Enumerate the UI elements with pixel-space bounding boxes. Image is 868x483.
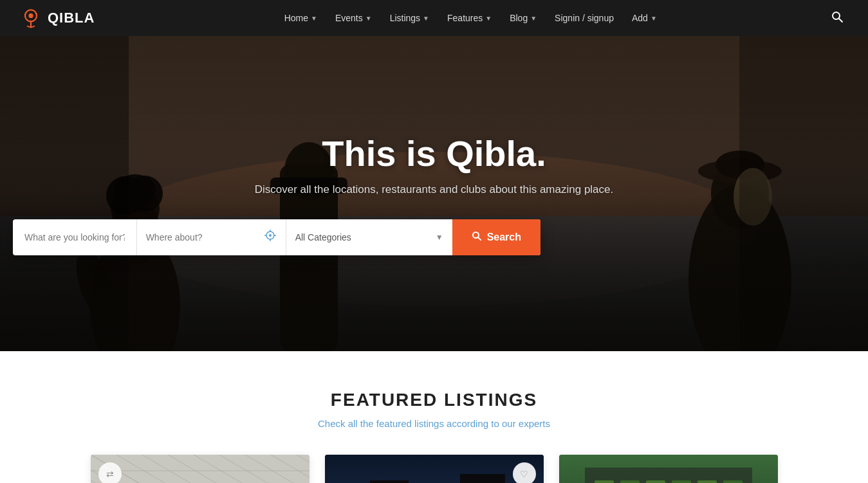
featured-title: FEATURED LISTINGS	[26, 390, 842, 410]
listing-card-1-image: ⇄	[91, 455, 309, 483]
nav-blog-label: Blog	[510, 13, 528, 23]
svg-line-3	[839, 19, 842, 22]
svg-rect-61	[325, 455, 544, 483]
nav-home[interactable]: Home ▼	[277, 8, 325, 28]
brand-name: QIBLA	[48, 10, 95, 26]
svg-rect-64	[460, 474, 505, 483]
svg-rect-79	[697, 480, 717, 483]
listing-card-1-bg	[91, 455, 309, 483]
listings-grid: ⇄	[26, 455, 842, 483]
nav-signin[interactable]: Signin / signup	[547, 8, 622, 28]
featured-subtitle: Check all the featured listings accordin…	[26, 418, 842, 429]
listing-card-3[interactable]	[559, 455, 778, 483]
listing-card-1-compare-btn[interactable]: ⇄	[98, 462, 122, 483]
listing-card-1[interactable]: ⇄	[91, 455, 309, 483]
brand-pin-icon	[19, 6, 42, 30]
nav-events-chevron: ▼	[365, 15, 372, 22]
listing-card-2[interactable]: ♡	[325, 455, 544, 483]
nav-blog-chevron: ▼	[530, 15, 537, 22]
nav-listings-chevron: ▼	[423, 15, 429, 22]
listing-card-2-svg	[325, 455, 544, 483]
listing-card-3-bg	[559, 455, 778, 483]
search-what-input[interactable]	[13, 219, 136, 255]
svg-point-26	[269, 234, 272, 237]
nav-add-chevron: ▼	[651, 15, 657, 22]
listing-card-3-svg	[559, 455, 778, 483]
nav-home-chevron: ▼	[311, 15, 317, 22]
svg-rect-76	[620, 480, 640, 483]
search-category-wrap[interactable]: All Categories Restaurants Hotels Clubs …	[286, 219, 452, 255]
nav-home-label: Home	[284, 13, 308, 23]
brand-logo[interactable]: QIBLA	[19, 6, 95, 30]
navbar-search-icon[interactable]	[826, 5, 849, 32]
svg-rect-77	[646, 480, 665, 483]
nav-features[interactable]: Features ▼	[439, 8, 499, 28]
listing-card-2-image: ♡	[325, 455, 544, 483]
hero-content: This is Qibla. Discover all the location…	[0, 132, 868, 255]
svg-rect-75	[595, 480, 614, 483]
listing-card-2-bg	[325, 455, 544, 483]
nav-features-chevron: ▼	[485, 15, 492, 22]
listing-card-1-svg	[91, 455, 309, 483]
search-where-input[interactable]	[146, 232, 259, 242]
nav-listings-label: Listings	[390, 13, 420, 23]
nav-add-label: Add	[632, 13, 648, 23]
search-category-select[interactable]: All Categories Restaurants Hotels Clubs …	[295, 232, 432, 242]
navbar: QIBLA Home ▼ Events ▼ Listings ▼ Feature…	[0, 0, 868, 36]
nav-blog[interactable]: Blog ▼	[502, 8, 544, 28]
svg-rect-63	[370, 480, 409, 483]
hero-title: This is Qibla.	[13, 132, 855, 174]
hero-section: This is Qibla. Discover all the location…	[0, 36, 868, 351]
listing-card-2-heart-btn[interactable]: ♡	[513, 462, 536, 483]
nav-listings[interactable]: Listings ▼	[382, 8, 437, 28]
search-button[interactable]: Search	[452, 219, 540, 255]
search-where-wrap	[137, 219, 286, 255]
nav-add[interactable]: Add ▼	[624, 8, 665, 28]
search-bar: All Categories Restaurants Hotels Clubs …	[13, 219, 540, 255]
svg-point-1	[28, 14, 33, 18]
featured-subtitle-link[interactable]: according to our experts	[447, 418, 550, 429]
svg-rect-80	[723, 480, 743, 483]
svg-rect-78	[672, 480, 691, 483]
listing-card-3-image	[559, 455, 778, 483]
hero-subtitle: Discover all the locations, restaurants …	[13, 183, 855, 196]
search-what-wrap	[13, 219, 137, 255]
nav-features-label: Features	[447, 13, 483, 23]
nav-events-label: Events	[335, 13, 363, 23]
svg-line-32	[478, 237, 481, 240]
category-chevron-icon: ▼	[436, 233, 443, 242]
location-crosshair-icon[interactable]	[264, 229, 277, 245]
search-button-icon	[472, 231, 482, 244]
main-nav: Home ▼ Events ▼ Listings ▼ Features ▼ Bl…	[120, 8, 820, 28]
nav-events[interactable]: Events ▼	[328, 8, 380, 28]
search-button-label: Search	[487, 232, 521, 243]
featured-section: FEATURED LISTINGS Check all the featured…	[0, 351, 868, 483]
